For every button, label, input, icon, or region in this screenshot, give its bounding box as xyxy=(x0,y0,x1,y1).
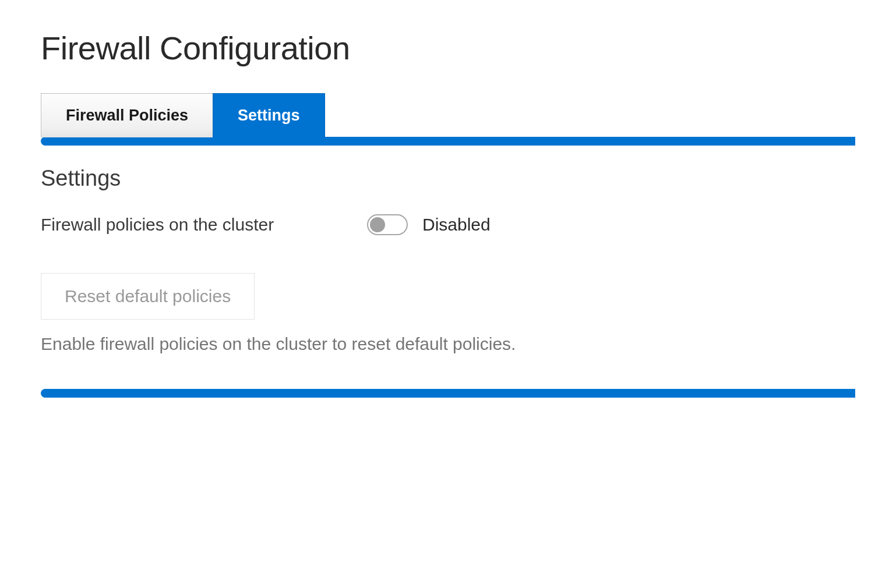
firewall-policies-toggle-label: Firewall policies on the cluster xyxy=(41,215,367,235)
toggle-knob xyxy=(370,217,385,232)
settings-panel: Settings Firewall policies on the cluste… xyxy=(41,146,855,383)
reset-helper-text: Enable firewall policies on the cluster … xyxy=(41,334,855,354)
firewall-policies-toggle-state: Disabled xyxy=(422,215,491,235)
page-title: Firewall Configuration xyxy=(41,29,855,67)
toggle-wrap: Disabled xyxy=(367,214,491,235)
firewall-policies-toggle[interactable] xyxy=(367,214,408,235)
tabs: Firewall Policies Settings xyxy=(41,93,855,137)
bottom-accent-bar xyxy=(41,389,855,398)
tab-firewall-policies[interactable]: Firewall Policies xyxy=(41,93,213,137)
tab-settings[interactable]: Settings xyxy=(213,93,325,137)
tab-underbar xyxy=(41,137,855,146)
reset-default-policies-button[interactable]: Reset default policies xyxy=(41,273,255,320)
setting-row-firewall-policies: Firewall policies on the cluster Disable… xyxy=(41,214,855,235)
section-heading: Settings xyxy=(41,166,855,191)
